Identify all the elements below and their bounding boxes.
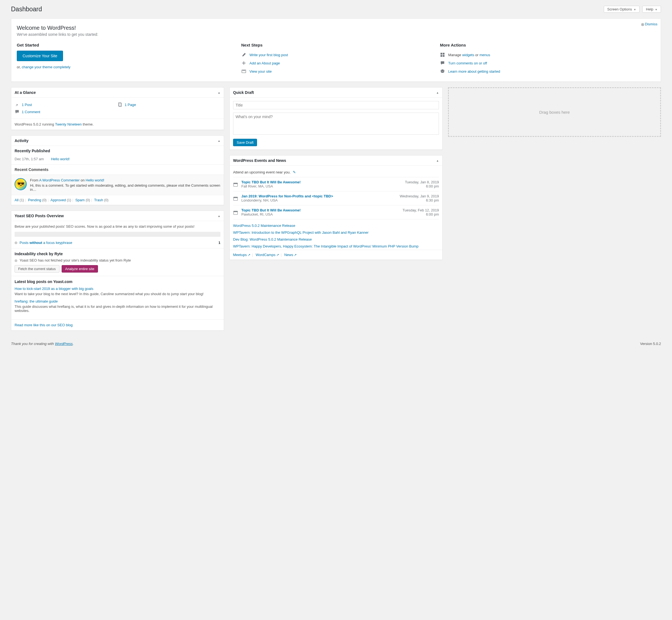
collapse-icon[interactable]: ▲: [218, 214, 220, 217]
activity-box: Activity▲ Recently Published Dec 17th, 1…: [11, 136, 224, 205]
draft-content-textarea[interactable]: [233, 113, 439, 135]
news-link[interactable]: News↗: [284, 253, 297, 257]
svg-rect-5: [443, 55, 444, 57]
filter-spam[interactable]: Spam: [75, 198, 85, 202]
meetups-link[interactable]: Meetups↗: [233, 253, 250, 257]
svg-rect-13: [234, 211, 237, 212]
svg-rect-4: [441, 55, 442, 57]
yoast-posts-link[interactable]: Posts without a focus keyphrase: [19, 241, 72, 245]
publish-date: Dec 17th, 1:57 am: [14, 157, 44, 161]
wp-version-text: WordPress 5.0.2 running Twenty Nineteen …: [11, 119, 224, 130]
wordpress-link[interactable]: WordPress: [55, 342, 73, 346]
pin-icon: [14, 102, 19, 107]
filter-trash[interactable]: Trash: [94, 198, 103, 202]
event-location: Fall River, MA, USA: [241, 184, 401, 188]
add-about-link[interactable]: Add an About page: [249, 61, 280, 65]
collapse-icon[interactable]: ▲: [436, 159, 439, 162]
turn-comments-link[interactable]: Turn comments on or off: [448, 61, 487, 65]
quick-draft-title: Quick Draft: [233, 90, 254, 95]
avatar: 😎: [14, 178, 27, 190]
collapse-icon[interactable]: ▲: [218, 91, 220, 94]
posts-count-link[interactable]: 1 Post: [22, 103, 32, 107]
collapse-icon[interactable]: ▲: [436, 91, 439, 94]
change-theme-link[interactable]: change your theme completely: [22, 65, 70, 69]
external-icon: ↗: [248, 253, 250, 257]
filter-all[interactable]: All: [14, 198, 18, 202]
get-started-heading: Get Started: [17, 43, 241, 47]
blog-post-link[interactable]: How to kick-start 2019 as a blogger with…: [14, 287, 93, 291]
event-time: 6:00 pm: [403, 212, 439, 216]
theme-link[interactable]: Twenty Nineteen: [55, 122, 82, 126]
news-link[interactable]: WordPress 5.0.2 Maintenance Release: [233, 222, 439, 229]
edit-location-icon[interactable]: ✎: [293, 170, 296, 174]
welcome-heading: Welcome to WordPress!: [17, 25, 658, 31]
page-title: Dashboard: [11, 5, 42, 13]
filter-approved[interactable]: Approved: [50, 198, 66, 202]
screen-options-button[interactable]: Screen Options▼: [604, 6, 640, 13]
news-link[interactable]: WPTavern: Happy Developers, Happy Ecosys…: [233, 243, 439, 250]
learn-icon: [440, 69, 445, 74]
collapse-icon[interactable]: ▲: [218, 139, 220, 142]
comments-count-link[interactable]: 1 Comment: [22, 110, 40, 114]
help-button[interactable]: Help▼: [642, 6, 661, 13]
comment-post-link[interactable]: Hello world!: [86, 178, 104, 182]
pages-count-link[interactable]: 1 Page: [125, 103, 136, 107]
save-draft-button[interactable]: Save Draft: [233, 139, 257, 146]
comment-icon: [14, 109, 19, 114]
manage-text: Manage widgets or menus: [448, 53, 490, 57]
event-link[interactable]: Jan 2019: WordPress for Non-Profits and …: [241, 194, 333, 198]
event-time: 6:30 pm: [400, 198, 439, 202]
event-time: 6:00 pm: [405, 184, 439, 188]
dismiss-link[interactable]: Dismiss: [641, 21, 658, 27]
draft-title-input[interactable]: [233, 101, 439, 109]
comment-meta: From A WordPress Commenter on Hello worl…: [30, 178, 220, 182]
quick-draft-box: Quick Draft▲ Save Draft: [229, 87, 443, 150]
welcome-subtitle: We've assembled some links to get you st…: [17, 32, 658, 37]
ryte-heading: Indexability check by Ryte: [14, 252, 220, 256]
more-actions-heading: More Actions: [440, 43, 658, 47]
news-link[interactable]: Dev Blog: WordPress 5.0.2 Maintenance Re…: [233, 236, 439, 243]
status-dot-icon: [14, 259, 17, 262]
yoast-blog-heading: Latest blog posts on Yoast.com: [14, 279, 220, 284]
blog-post-desc: Want to take your blog to the next level…: [14, 292, 220, 296]
edit-icon: [241, 52, 246, 57]
events-title: WordPress Events and News: [233, 158, 286, 163]
version-label: Version 5.0.2: [640, 342, 661, 346]
yoast-count: 1: [219, 241, 220, 245]
calendar-icon: [233, 209, 238, 216]
commenter-link[interactable]: A WordPress Commenter: [39, 178, 79, 182]
learn-more-link[interactable]: Learn more about getting started: [448, 69, 500, 73]
svg-rect-3: [443, 53, 444, 54]
svg-rect-9: [234, 183, 237, 184]
fetch-status-button[interactable]: Fetch the current status: [14, 265, 59, 272]
footer-thank-you: Thank you for creating with WordPress.: [11, 342, 74, 346]
drop-zone[interactable]: Drag boxes here: [448, 87, 661, 137]
news-link[interactable]: WPTavern: Introduction to the WPGraphQL …: [233, 229, 439, 236]
yoast-description: Below are your published posts' SEO scor…: [11, 221, 224, 232]
view-site-link[interactable]: View your site: [249, 69, 272, 73]
event-link[interactable]: Topic TBD But It Will Be Awesome!: [241, 208, 301, 212]
wordcamps-link[interactable]: WordCamps↗: [256, 253, 279, 257]
or-change-theme: or, change your theme completely: [17, 65, 241, 69]
event-link[interactable]: Topic TBD But It Will Be Awesome!: [241, 180, 301, 184]
activity-title: Activity: [14, 139, 29, 143]
view-icon: [241, 69, 246, 74]
yoast-title: Yoast SEO Posts Overview: [14, 214, 64, 218]
event-near-text: Attend an upcoming event near you.: [233, 170, 291, 174]
chevron-down-icon: ▼: [655, 8, 658, 11]
at-a-glance-box: At a Glance▲ 1 Post 1 Page 1 Comment Wor…: [11, 87, 224, 130]
external-icon: ↗: [294, 253, 297, 257]
analyze-site-button[interactable]: Analyze entire site: [62, 265, 98, 272]
yoast-progress-bar: [14, 232, 220, 237]
menus-link[interactable]: menus: [480, 53, 490, 57]
calendar-icon: [233, 180, 238, 188]
read-more-link[interactable]: Read more like this on our SEO blog: [14, 323, 73, 327]
write-post-link[interactable]: Write your first blog post: [249, 53, 288, 57]
comment-filters: All (1)| Pending (0)| Approved (1)| Spam…: [11, 195, 224, 205]
filter-pending[interactable]: Pending: [28, 198, 41, 202]
post-link[interactable]: Hello world!: [51, 157, 70, 161]
blog-post-link[interactable]: hreflang: the ultimate guide: [14, 299, 58, 303]
svg-rect-11: [234, 197, 237, 198]
widgets-link[interactable]: widgets: [462, 53, 474, 57]
customize-site-button[interactable]: Customize Your Site: [17, 51, 63, 61]
